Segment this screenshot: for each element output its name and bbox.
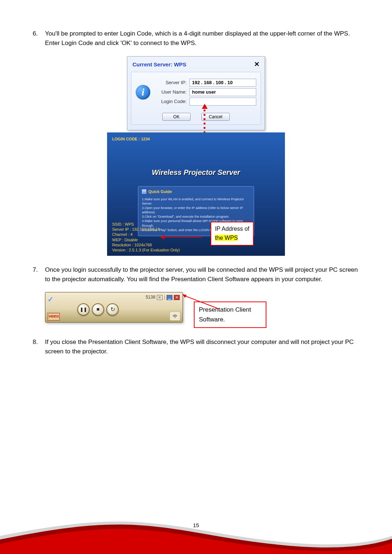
wps-title: Wireless Projector Server [112,167,280,178]
wps-channel: Channel : 4 [112,232,180,237]
annotation-arrow-line [164,237,202,238]
info-icon: i [136,85,150,99]
ip-callout: IP Address of the WPS [211,222,254,246]
ip-callout-line2: the WPS [215,235,238,241]
guide-item: 3.Click on "Download", and execute the i… [142,214,250,219]
refresh-icon: ↻ [110,305,115,314]
annotation-arrow-up-icon [202,104,208,109]
user-name-field[interactable]: home user [189,88,256,96]
step-8-number: 8. [33,337,45,357]
cancel-button[interactable]: Cancel [201,113,230,121]
wps-resolution: Resolution : 1024x768 [112,242,180,247]
step-6-number: 6. [33,29,45,48]
quick-guide-heading: Quick Guide [148,189,172,195]
presentation-client-bar: ✓ VIDEO ❚❚ ■ ↻ 5138 ≡ | ▁ ✕ [45,292,183,323]
stop-icon: ■ [97,305,99,313]
client-code: 5138 [146,294,155,301]
video-badge[interactable]: VIDEO [48,313,60,321]
footer-decoration [0,510,392,554]
svg-point-0 [175,317,176,318]
step-8-text: If you close the Presentation Client Sof… [45,337,359,357]
minimize-icon[interactable]: ▁ [167,295,172,300]
annotation-arrow-diag [182,293,222,318]
annotation-arrow-tip-icon [160,235,164,239]
svg-marker-2 [182,294,187,298]
refresh-button[interactable]: ↻ [106,303,119,316]
ok-button[interactable]: OK [162,113,191,121]
login-code-display: LOGIN CODE : 1234 [112,136,280,142]
quick-guide-icon [142,189,146,194]
window-close-icon[interactable]: ✕ [174,295,180,300]
step-6-text: You'll be prompted to enter Login Code, … [45,29,359,48]
login-code-field[interactable] [189,98,256,106]
wps-wep: WEP : Disable [112,237,180,242]
wifi-icon[interactable] [170,311,180,321]
guide-item: 1.Make sure your WLAN is enabled, and co… [142,197,250,206]
dialog-title: Current Server: WPS [132,60,186,69]
server-ip-label: Server IP: [154,79,187,86]
wps-screen: LOGIN CODE : 1234 Wireless Projector Ser… [107,132,285,256]
step-7-number: 7. [33,265,45,284]
ip-callout-line1: IP Address of [215,225,249,234]
wps-server-ip: Server IP : 192.168.100.10 [112,227,180,232]
user-name-label: User Name: [154,89,187,96]
pause-button[interactable]: ❚❚ [77,303,90,316]
svg-line-1 [184,296,219,309]
guide-item: 2.Open your browser, or enter the IP add… [142,206,250,214]
wps-ssid: SSID : WPS [112,222,180,227]
step-7-text: Once you login successfully to the proje… [45,265,359,284]
wps-version: Version : 2.5.1.3 (For Evaluation Only) [112,247,180,253]
close-icon[interactable]: ✕ [254,59,260,70]
login-code-label: Login Code: [154,98,187,105]
login-dialog: Current Server: WPS ✕ i Server IP: 192 .… [127,56,265,130]
check-icon: ✓ [48,294,54,305]
stop-button[interactable]: ■ [92,303,104,316]
menu-icon[interactable]: ≡ [157,295,163,300]
pause-icon: ❚❚ [80,306,87,313]
login-figure: Current Server: WPS ✕ i Server IP: 192 .… [107,56,285,256]
server-ip-field[interactable]: 192 . 168 . 100 . 10 [189,79,256,87]
